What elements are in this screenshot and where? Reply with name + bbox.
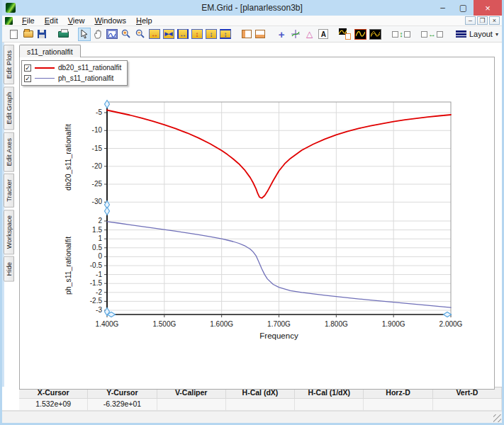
sidebar-tab-hide[interactable]: Hide — [4, 256, 14, 282]
delta-marker-button[interactable]: △ — [303, 28, 316, 41]
y-tick-label: 0 — [98, 252, 102, 260]
graph-style-multi-button[interactable] — [369, 28, 382, 41]
legend-label-db20: db20_s11_rationalfit — [58, 64, 121, 72]
pointer-icon — [80, 29, 88, 39]
cursor-value-y: -6.329e+01 — [88, 399, 157, 410]
bottom-axis-icon — [255, 30, 265, 38]
y-tick-label: -2 — [96, 288, 102, 296]
checkbox-ph[interactable]: ✓ — [24, 75, 31, 82]
zoom-region-button[interactable] — [106, 28, 118, 41]
pointer-tool-button[interactable] — [78, 28, 91, 41]
minimize-button[interactable]: – — [432, 0, 453, 16]
x-tick-label: 1.500G — [152, 320, 176, 328]
legend-item-db20[interactable]: ✓ db20_s11_rationalfit — [24, 62, 121, 73]
vertical-spacing-button[interactable]: ↕ — [391, 28, 412, 41]
sidebar-tab-edit-graph[interactable]: Edit Graph — [4, 86, 14, 130]
tab-s11-rationalfit[interactable]: s11_rationalfit — [19, 45, 81, 57]
menu-view[interactable]: View — [63, 16, 90, 25]
cursor-value-horzd — [364, 399, 432, 410]
y-tick-label: -3 — [96, 306, 102, 314]
y-tick-label: -20 — [92, 162, 103, 170]
menu-help[interactable]: Help — [131, 16, 157, 25]
sidebar-tab-edit-plots[interactable]: Edit Plots — [4, 45, 14, 84]
horizontal-spacing-icon: ↔ — [421, 30, 443, 38]
x-tick-label: 1.800G — [325, 320, 348, 328]
plus-marker-icon: + — [279, 28, 285, 40]
left-axis-button[interactable] — [240, 28, 253, 41]
h-fit-button[interactable]: ↔ — [177, 28, 189, 41]
y-tick-label: -10 — [92, 126, 103, 134]
bottom-axis-button[interactable] — [254, 28, 267, 41]
maximize-button[interactable]: ▢ — [453, 0, 474, 16]
zoom-in-button[interactable] — [120, 28, 133, 41]
axis-handle[interactable] — [444, 312, 452, 317]
y-tick-label: -1 — [96, 271, 102, 278]
axis-handle[interactable] — [105, 208, 110, 215]
mdi-close-button[interactable]: × — [489, 16, 500, 25]
legend-label-ph: ph_s11_rationalfit — [58, 74, 113, 82]
pan-tool-button[interactable] — [92, 28, 105, 41]
vertical-spacing-icon: ↕ — [392, 30, 410, 38]
new-graph-button[interactable] — [338, 28, 352, 41]
h-shrink-button[interactable]: ▶◀ — [162, 28, 175, 41]
v-shrink-button[interactable]: ↕ — [205, 28, 218, 41]
menu-edit[interactable]: Edit — [40, 16, 63, 25]
print-button[interactable] — [57, 28, 69, 41]
save-icon — [38, 30, 46, 38]
legend-item-ph[interactable]: ✓ ph_s11_rationalfit — [24, 73, 121, 84]
sidebar-tab-edit-axes[interactable]: Edit Axes — [4, 132, 14, 172]
layout-button[interactable]: Layout ▾ — [452, 28, 502, 40]
resize-grip[interactable] — [493, 414, 501, 422]
checkbox-db20[interactable]: ✓ — [24, 64, 31, 72]
layout-button-label: Layout — [469, 30, 493, 38]
y-tick-label: -5 — [96, 108, 102, 116]
menu-file[interactable]: File — [17, 16, 40, 25]
horizontal-spacing-button[interactable]: ↔ — [420, 28, 444, 41]
graph-style-single-button[interactable] — [354, 28, 367, 41]
zoom-out-icon — [135, 29, 145, 39]
sidebar-tab-workspace[interactable]: Workspace — [4, 210, 14, 254]
new-file-button[interactable] — [8, 28, 21, 41]
open-file-button[interactable] — [22, 28, 35, 41]
print-icon — [58, 31, 69, 38]
x-tick-label: 1.700G — [267, 320, 291, 328]
content-area: Edit Plots Edit Graph Edit Axes Tracker … — [2, 42, 502, 387]
x-tick-label: 2.000G — [439, 320, 463, 328]
new-graph-icon — [339, 28, 352, 40]
v-expand-button[interactable]: ↕ — [191, 28, 203, 41]
save-button[interactable] — [36, 28, 49, 41]
legend-line-sample-ph — [35, 78, 55, 79]
axis-handle[interactable] — [105, 101, 110, 108]
y-tick-label: -0.5 — [90, 261, 103, 269]
x-tick-label: 1.400G — [96, 320, 119, 328]
zoom-out-button[interactable] — [134, 28, 147, 41]
mdi-restore-button[interactable]: ❐ — [477, 16, 488, 25]
axes-cross-button[interactable] — [289, 28, 302, 41]
menu-windows[interactable]: Windows — [89, 16, 131, 25]
h-expand-button[interactable]: ↔ — [148, 28, 161, 41]
mdi-minimize-button[interactable]: – — [465, 16, 476, 25]
v-expand-icon: ↕ — [191, 29, 203, 39]
new-file-icon — [10, 30, 18, 39]
cursor-value-vertd — [433, 399, 502, 410]
text-label-button[interactable]: A — [318, 28, 330, 41]
close-button[interactable]: × — [474, 0, 502, 16]
app-window: EM.Grid - [planarlesson3b] – ▢ × File Ed… — [0, 0, 504, 425]
x-tick-label: 1.900G — [382, 320, 405, 328]
cursor-value-hcal-1dx — [295, 399, 364, 410]
sidebar-tab-tracker[interactable]: Tracker — [4, 174, 14, 208]
y-tick-label: 0.5 — [92, 244, 102, 251]
h-expand-icon: ↔ — [149, 29, 160, 39]
hand-icon — [94, 29, 103, 39]
v-shrink-icon: ↕ — [206, 29, 217, 39]
y-tick-label: -2.5 — [90, 297, 103, 305]
top-y-axis-title: db20_s11_rationalfit — [64, 124, 72, 191]
graph-multi-curve-icon — [369, 29, 381, 40]
plot-tab-bar: s11_rationalfit — [19, 42, 502, 57]
status-bar — [2, 410, 502, 423]
add-marker-button[interactable]: + — [275, 28, 288, 41]
plot-canvas[interactable]: -5-10-15-20-25-3021.510.50-0.5-1-1.5-2-2… — [20, 57, 494, 390]
chevron-down-icon: ▾ — [495, 31, 498, 38]
y-tick-label: -30 — [92, 198, 103, 205]
v-fit-button[interactable]: ↕ — [219, 28, 232, 41]
